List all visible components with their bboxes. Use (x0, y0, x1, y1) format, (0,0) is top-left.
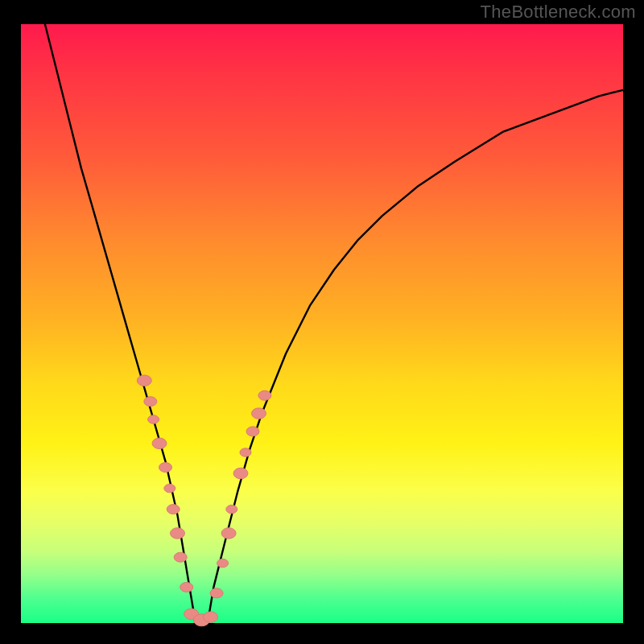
curve-marker (137, 375, 151, 386)
curve-marker (171, 528, 185, 539)
curve-marker (164, 484, 175, 493)
curve-marker (204, 612, 218, 623)
curve-marker (174, 552, 187, 562)
curve-marker (144, 397, 157, 407)
curve-marker (233, 468, 248, 479)
watermark-text: TheBottleneck.com (481, 2, 636, 23)
curve-marker (221, 528, 236, 539)
curve-markers (137, 375, 271, 626)
curve-marker (252, 408, 266, 419)
curve-marker (217, 559, 229, 568)
curve-marker (240, 448, 251, 457)
curve-marker (167, 505, 180, 514)
curve-marker (180, 582, 193, 592)
curve-marker (226, 505, 237, 514)
curve-marker (159, 463, 172, 473)
bottleneck-curve (45, 24, 623, 623)
chart-svg (21, 24, 623, 623)
curve-marker (152, 438, 167, 449)
curve-path (45, 24, 623, 623)
curve-marker (210, 588, 223, 598)
chart-frame (21, 24, 623, 623)
curve-marker (246, 427, 259, 436)
curve-marker (258, 390, 271, 400)
curve-marker (148, 415, 159, 424)
